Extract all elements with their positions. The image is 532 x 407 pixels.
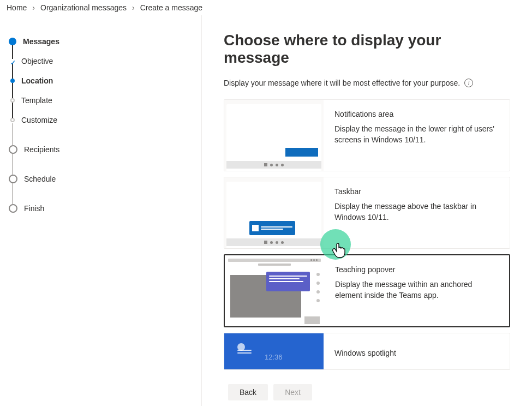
step-label: Messages xyxy=(23,37,59,46)
option-taskbar[interactable]: Taskbar Display the message above the ta… xyxy=(224,177,510,249)
stepper: Messages Objective Location Template Cus… xyxy=(7,32,195,218)
breadcrumb-current: Create a message xyxy=(140,3,202,12)
option-title: Windows spotlight xyxy=(334,349,502,357)
step-template[interactable]: Template xyxy=(7,91,195,110)
step-location[interactable]: Location xyxy=(7,71,195,91)
option-title: Notifications area xyxy=(334,110,502,118)
next-button[interactable]: Next xyxy=(273,384,312,400)
step-label: Recipients xyxy=(24,145,59,154)
chevron-right-icon: › xyxy=(132,3,135,12)
breadcrumb: Home › Organizational messages › Create … xyxy=(0,0,532,15)
step-dot-icon xyxy=(10,79,15,83)
option-thumbnail xyxy=(224,100,324,171)
step-recipients[interactable]: Recipients xyxy=(7,140,195,159)
step-dot-icon xyxy=(9,175,17,183)
wizard-sidebar: Messages Objective Location Template Cus… xyxy=(0,15,202,406)
main-content: Choose where to display your message Dis… xyxy=(202,15,532,406)
step-dot-icon xyxy=(9,38,16,45)
step-schedule[interactable]: Schedule xyxy=(7,169,195,189)
spotlight-time: 12:36 xyxy=(265,353,283,361)
option-description: Display the message within an anchored e… xyxy=(335,279,501,301)
option-thumbnail: 12:36 xyxy=(224,333,324,369)
option-title: Taskbar xyxy=(334,187,502,196)
back-button[interactable]: Back xyxy=(228,384,268,400)
step-dot-icon xyxy=(10,98,15,103)
page-subtitle: Display your message where it will be mo… xyxy=(224,79,460,87)
step-customize[interactable]: Customize xyxy=(7,110,195,130)
option-thumbnail xyxy=(224,177,324,248)
step-messages[interactable]: Messages xyxy=(7,32,195,51)
step-label: Customize xyxy=(21,116,57,124)
page-title: Choose where to display your message xyxy=(224,32,510,67)
step-label: Objective xyxy=(21,57,53,65)
breadcrumb-home[interactable]: Home xyxy=(7,3,27,12)
option-windows-spotlight[interactable]: 12:36 Windows spotlight xyxy=(224,333,510,370)
step-label: Template xyxy=(21,96,52,105)
step-dot-icon xyxy=(9,145,17,154)
step-objective[interactable]: Objective xyxy=(7,51,195,71)
step-finish[interactable]: Finish xyxy=(7,199,195,218)
info-icon[interactable]: i xyxy=(464,79,473,87)
step-label: Finish xyxy=(24,204,44,213)
option-title: Teaching popover xyxy=(335,265,501,274)
step-dot-icon xyxy=(10,118,15,122)
option-notifications-area[interactable]: Notifications area Display the message i… xyxy=(224,99,510,171)
chevron-right-icon: › xyxy=(32,3,35,12)
step-label: Schedule xyxy=(24,175,56,183)
option-description: Display the message in the lower right o… xyxy=(334,124,502,145)
breadcrumb-org-messages[interactable]: Organizational messages xyxy=(40,3,127,12)
step-label: Location xyxy=(21,76,53,85)
checkmark-icon xyxy=(10,59,15,63)
wizard-footer: Back Next xyxy=(228,378,532,407)
option-description: Display the message above the taskbar in… xyxy=(334,201,502,223)
option-teaching-popover[interactable]: Teaching popover Display the message wit… xyxy=(224,254,510,327)
step-dot-icon xyxy=(9,204,17,213)
option-thumbnail xyxy=(225,255,324,326)
